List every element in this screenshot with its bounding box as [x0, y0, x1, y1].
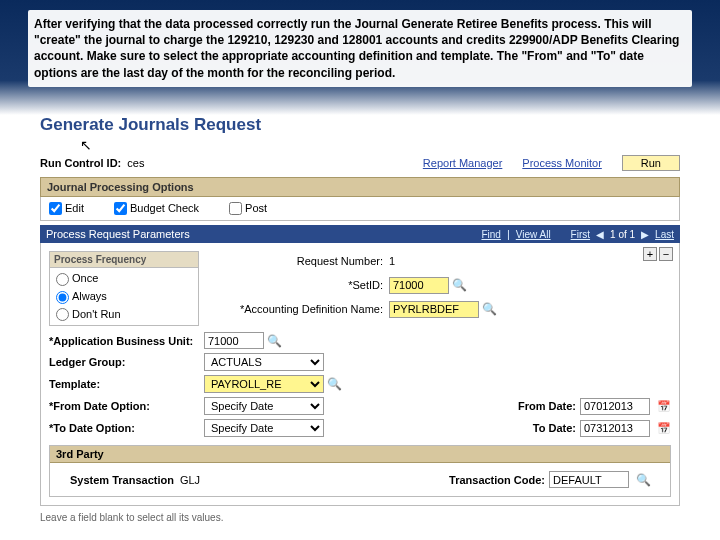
lookup-icon[interactable]: 🔍 [482, 302, 496, 316]
freq-dontrun-radio[interactable]: Don't Run [56, 308, 192, 322]
third-party-title: 3rd Party [50, 446, 670, 463]
params-lower: *Application Business Unit: 🔍 Ledger Gro… [49, 326, 671, 437]
params-body: + − Process Frequency Once Always Don't … [40, 243, 680, 506]
app-bu-input[interactable] [204, 332, 264, 349]
third-party-section: 3rd Party System Transaction GLJ Transac… [49, 445, 671, 497]
transaction-code-input[interactable] [549, 471, 629, 488]
to-date-option-label: *To Date Option: [49, 422, 204, 434]
app-content: Generate Journals Request ↖ Run Control … [0, 115, 720, 523]
slide-header: After verifying that the data processed … [0, 0, 720, 115]
report-manager-link[interactable]: Report Manager [423, 157, 503, 169]
run-control-row: Run Control ID: ces Report Manager Proce… [40, 153, 680, 177]
to-date-option-select[interactable]: Specify Date [204, 419, 324, 437]
system-transaction-label: System Transaction [70, 474, 174, 486]
app-bu-label: *Application Business Unit: [49, 335, 204, 347]
freq-always-radio[interactable]: Always [56, 290, 192, 304]
find-link[interactable]: Find [481, 229, 500, 240]
from-date-input[interactable] [580, 398, 650, 415]
process-frequency-title: Process Frequency [50, 252, 198, 268]
calendar-icon[interactable]: 📅 [657, 421, 671, 435]
cursor-icon: ↖ [80, 137, 92, 153]
footnote: Leave a field blank to select all its va… [40, 512, 680, 523]
run-control-label: Run Control ID: [40, 157, 121, 169]
to-date-label: To Date: [506, 422, 576, 434]
ledger-group-label: Ledger Group: [49, 356, 204, 368]
budget-check-checkbox[interactable]: Budget Check [114, 202, 199, 216]
from-date-option-select[interactable]: Specify Date [204, 397, 324, 415]
params-title: Process Request Parameters [46, 228, 190, 240]
freq-once-radio[interactable]: Once [56, 272, 192, 286]
journal-options-header: Journal Processing Options [40, 177, 680, 197]
delete-row-button[interactable]: − [659, 247, 673, 261]
post-checkbox[interactable]: Post [229, 202, 267, 216]
template-select[interactable]: PAYROLL_RE [204, 375, 324, 393]
page-title: Generate Journals Request [40, 115, 680, 135]
instruction-text: After verifying that the data processed … [28, 10, 692, 87]
first-link[interactable]: First [571, 229, 590, 240]
run-control-value: ces [127, 157, 144, 169]
lookup-icon[interactable]: 🔍 [267, 334, 281, 348]
acct-def-label: *Accounting Definition Name: [219, 303, 389, 315]
prev-icon[interactable]: ◀ [596, 229, 604, 240]
edit-checkbox[interactable]: Edit [49, 202, 84, 216]
to-date-input[interactable] [580, 420, 650, 437]
lookup-icon[interactable]: 🔍 [636, 473, 650, 487]
ledger-group-select[interactable]: ACTUALS [204, 353, 324, 371]
record-counter: 1 of 1 [610, 229, 635, 240]
calendar-icon[interactable]: 📅 [657, 399, 671, 413]
last-link[interactable]: Last [655, 229, 674, 240]
request-number-label: Request Number: [219, 255, 389, 267]
setid-label: *SetID: [219, 279, 389, 291]
view-all-link[interactable]: View All [516, 229, 551, 240]
next-icon[interactable]: ▶ [641, 229, 649, 240]
setid-input[interactable] [389, 277, 449, 294]
params-right-column: Request Number: 1 *SetID: 🔍 *Accounting … [219, 251, 671, 319]
lookup-icon[interactable]: 🔍 [452, 278, 466, 292]
request-number-value: 1 [389, 255, 395, 267]
params-header: Process Request Parameters Find | View A… [40, 225, 680, 243]
process-monitor-link[interactable]: Process Monitor [522, 157, 601, 169]
from-date-option-label: *From Date Option: [49, 400, 204, 412]
transaction-code-label: Transaction Code: [449, 474, 545, 486]
journal-options-body: Edit Budget Check Post [40, 197, 680, 222]
from-date-label: From Date: [506, 400, 576, 412]
template-label: Template: [49, 378, 204, 390]
process-frequency-box: Process Frequency Once Always Don't Run [49, 251, 199, 326]
run-button[interactable]: Run [622, 155, 680, 171]
lookup-icon[interactable]: 🔍 [327, 377, 341, 391]
system-transaction-value: GLJ [180, 474, 200, 486]
acct-def-input[interactable] [389, 301, 479, 318]
add-row-button[interactable]: + [643, 247, 657, 261]
